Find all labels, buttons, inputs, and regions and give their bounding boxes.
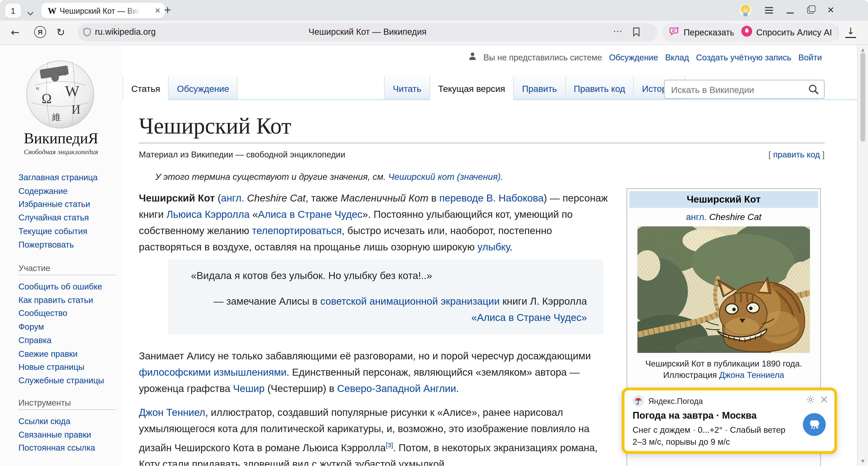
paragraph-lead: Чеширский Кот (англ. Cheshire Cat, также…	[139, 190, 615, 255]
sidebar-item-main-page[interactable]: Заглавная страница	[19, 171, 116, 184]
retell-button[interactable]: Пересказать	[662, 24, 742, 41]
close-button[interactable]: ✕	[827, 6, 834, 15]
restore-button[interactable]	[807, 7, 813, 14]
wiki-link[interactable]: философскими измышлениями	[139, 367, 286, 378]
wiki-link[interactable]: «Алиса в Стране Чудес»	[471, 312, 587, 323]
personal-contributions-link[interactable]: Вклад	[665, 52, 689, 62]
search-input[interactable]	[670, 83, 803, 97]
wiki-link[interactable]: улыбку	[477, 241, 510, 253]
article-title: Чеширский Кот	[139, 114, 825, 144]
sidebar-item-permanent-link[interactable]: Постоянная ссылка	[19, 442, 116, 455]
scroll-up-icon[interactable]: ▲	[858, 47, 868, 52]
weather-widget[interactable]: Яндекс.Погода Погода на завтра · Москва …	[622, 388, 837, 454]
edit-source-link[interactable]: править код	[773, 150, 820, 159]
tab-discussion[interactable]: Обсуждение	[168, 76, 238, 100]
retell-icon	[670, 26, 680, 39]
wiki-link[interactable]: телепортироваться	[252, 225, 342, 236]
ask-alice-button[interactable]: Спросить Алису AI	[734, 24, 840, 41]
weather-title[interactable]: Погода на завтра · Москва	[632, 410, 757, 421]
scroll-down-icon[interactable]: ▼	[858, 459, 868, 464]
tab-edit[interactable]: Править	[513, 76, 565, 100]
namespace-tabs: Статья Обсуждение	[123, 76, 238, 100]
text-run: .	[510, 241, 513, 253]
wikipedia-wordmark[interactable]: ВикипедиЯ	[0, 130, 122, 147]
sidebar-item-related-changes[interactable]: Связанные правки	[19, 428, 116, 442]
quote-block: «Видала я котов без улыбок. Но улыбку бе…	[168, 260, 603, 334]
sidebar-group-participation: Участие Сообщить об ошибке Как править с…	[19, 263, 116, 388]
menu-icon[interactable]	[765, 7, 773, 14]
personal-create-account-link[interactable]: Создать учётную запись	[696, 52, 792, 62]
caption-line-2: Иллюстрация Джона Тенниела	[629, 369, 818, 381]
sidebar-item-community[interactable]: Сообщество	[19, 307, 116, 321]
sidebar-item-recent-changes[interactable]: Свежие правки	[19, 347, 116, 361]
personal-login-link[interactable]: Войти	[798, 52, 822, 62]
sidebar-item-special-pages[interactable]: Служебные страницы	[19, 374, 116, 387]
browser-tab[interactable]: W Чеширский Кот — Вик ✕	[41, 3, 165, 19]
sidebar-item-help[interactable]: Справка	[19, 334, 116, 347]
wiki-link[interactable]: Джона Тенниела	[719, 370, 784, 380]
minimize-button[interactable]	[786, 12, 794, 14]
profile-avatar[interactable]	[739, 4, 751, 16]
wiki-link[interactable]: Льюиса Кэрролла	[166, 208, 250, 220]
new-tab-button[interactable]: +	[159, 2, 176, 19]
weather-brand: Яндекс.Погода	[648, 397, 703, 405]
alice-label: Спросить Алису AI	[756, 27, 832, 37]
wiki-link[interactable]: Северо-Западной Англии	[337, 383, 456, 394]
shield-icon[interactable]	[83, 28, 91, 39]
svg-text:И: И	[71, 103, 81, 116]
sidebar-item-featured[interactable]: Избранные статьи	[19, 198, 116, 211]
tab-current-version[interactable]: Текущая версия	[429, 76, 513, 100]
download-icon[interactable]: ↓	[845, 25, 856, 38]
sidebar-item-current-events[interactable]: Текущие события	[19, 225, 116, 238]
quote-attribution-book: «Алиса в Стране Чудес»	[191, 310, 587, 326]
alice-icon	[741, 26, 752, 39]
footnote-ref[interactable]: [3]	[386, 441, 393, 449]
login-status: Вы не представились системе	[484, 52, 602, 62]
sidebar-item-contents[interactable]: Содержание	[19, 184, 116, 198]
weather-close-icon[interactable]	[820, 396, 828, 406]
tab-bar: 1 W Чеширский Кот — Вик ✕ + ✕	[0, 0, 868, 21]
text-run: — замечание Алисы в	[214, 295, 320, 307]
sidebar-item-random[interactable]: Случайная статья	[19, 211, 116, 225]
toolbar-divider	[837, 26, 838, 39]
scrollbar-thumb[interactable]	[860, 53, 865, 142]
sidebar-item-what-links-here[interactable]: Ссылки сюда	[19, 415, 116, 428]
weather-condition-icon[interactable]	[803, 413, 826, 436]
tab-article[interactable]: Статья	[123, 76, 168, 100]
wiki-link[interactable]: советской анимационной экранизации	[320, 295, 499, 307]
wiki-link[interactable]: англ.	[686, 212, 707, 222]
tab-edit-source[interactable]: Править код	[565, 76, 633, 100]
wikipedia-globe-logo[interactable]: W Ω И 維 ウィ ল	[20, 53, 101, 134]
cheshire-cat-illustration[interactable]	[638, 227, 810, 353]
wiki-link[interactable]: Джон Тенниел	[139, 407, 205, 418]
back-icon[interactable]: ←	[11, 26, 20, 38]
address-bar[interactable]: ru.wikipedia.org Чеширский Кот — Википед…	[78, 24, 658, 41]
scrollbar[interactable]: ▲ ▼	[857, 45, 868, 466]
bookmark-icon[interactable]	[632, 27, 640, 39]
sidebar-item-donate[interactable]: Пожертвовать	[19, 238, 116, 252]
sidebar-item-new-pages[interactable]: Новые страницы	[19, 361, 116, 374]
weather-settings-icon[interactable]	[806, 395, 815, 406]
view-tabs: Читать Текущая версия Править Править ко…	[384, 76, 685, 100]
sidebar-item-report-error[interactable]: Сообщить об ошибке	[19, 280, 116, 294]
wiki-link[interactable]: Чеширский кот (значения).	[388, 172, 503, 181]
text-run: , также	[306, 192, 341, 204]
search-icon[interactable]	[808, 84, 820, 98]
wiki-link[interactable]: Чешир	[233, 383, 265, 394]
text-run: Cheshire Cat	[709, 212, 762, 222]
refresh-icon[interactable]: ↻	[56, 26, 65, 38]
wiki-link[interactable]: Алиса в Стране Чудес	[258, 208, 362, 220]
more-icon[interactable]: ⋯	[613, 26, 623, 37]
wikipedia-tagline: Свободная энциклопедия	[0, 148, 122, 156]
chevron-down-icon[interactable]	[27, 8, 34, 18]
personal-talk-link[interactable]: Обсуждение	[609, 52, 658, 62]
yandex-services-icon[interactable]: Я	[34, 26, 46, 38]
weather-description: Снег с дождем · 0...+2° · Слабый ветер 2…	[632, 424, 795, 448]
text-run: Масленичный Кот	[341, 192, 428, 204]
sidebar-item-forum[interactable]: Форум	[19, 320, 116, 334]
wiki-link[interactable]: переводе В. Набокова	[439, 192, 544, 204]
tab-read[interactable]: Читать	[384, 76, 429, 100]
wiki-link[interactable]: англ.	[221, 192, 244, 204]
tab-counter-button[interactable]: 1	[5, 3, 21, 18]
sidebar-item-how-to-edit[interactable]: Как править статьи	[19, 294, 116, 307]
